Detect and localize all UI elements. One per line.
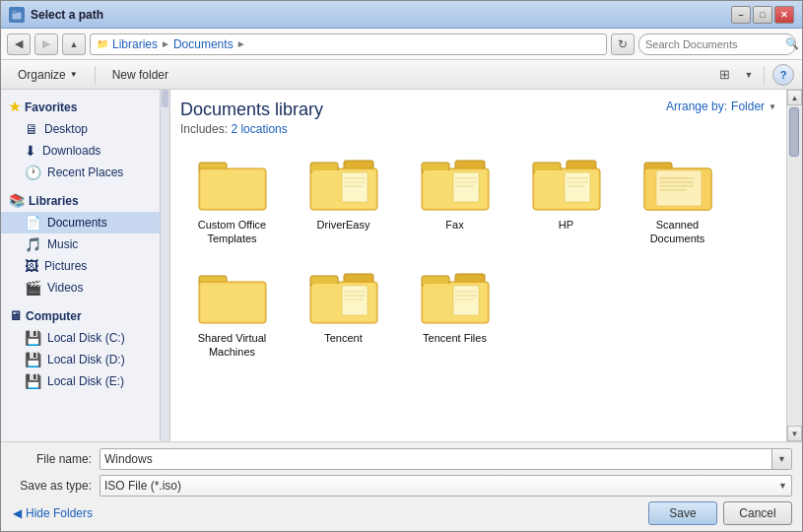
address-crumb-documents[interactable]: Documents bbox=[173, 37, 234, 51]
view-toggle-button[interactable]: ⊞ bbox=[712, 64, 736, 86]
folder-item-tencent[interactable]: Tencent bbox=[292, 261, 395, 366]
dialog-window: Select a path – □ ✕ ◀ ▶ ▲ 📁 Libraries ► … bbox=[0, 0, 803, 532]
address-separator-1: ► bbox=[161, 38, 170, 49]
folder-item-tencent-files[interactable]: Tencent Files bbox=[403, 261, 506, 366]
new-folder-button[interactable]: New folder bbox=[103, 64, 177, 86]
up-button[interactable]: ▲ bbox=[62, 33, 86, 55]
help-button[interactable]: ? bbox=[772, 64, 794, 86]
address-crumb-libraries[interactable]: Libraries bbox=[112, 37, 158, 51]
folder-item-drivereasy[interactable]: DriverEasy bbox=[292, 148, 395, 253]
folder-item-hp[interactable]: HP bbox=[514, 148, 618, 253]
sidebar-item-documents-label: Documents bbox=[47, 216, 107, 230]
svg-rect-54 bbox=[453, 286, 479, 315]
scroll-down-arrow[interactable]: ▼ bbox=[787, 426, 802, 441]
folder-label-custom-office: Custom Office Templates bbox=[198, 218, 267, 246]
downloads-icon: ⬇ bbox=[25, 143, 36, 159]
scroll-track bbox=[787, 105, 802, 426]
svg-rect-34 bbox=[656, 170, 702, 206]
organize-button[interactable]: Organize ▼ bbox=[9, 64, 87, 86]
saveas-label: Save as type: bbox=[11, 479, 100, 493]
bottom-area: File name: ▼ Save as type: ISO File (*.i… bbox=[1, 441, 802, 531]
folder-grid: Custom Office Templates DriverEasy Fax bbox=[180, 148, 776, 366]
disk-e-icon: 💾 bbox=[25, 373, 41, 389]
desktop-icon: 🖥 bbox=[25, 121, 38, 137]
sidebar-item-recent-places[interactable]: 🕐 Recent Places bbox=[1, 162, 160, 183]
sidebar-item-music[interactable]: 🎵 Music bbox=[1, 233, 160, 255]
sidebar: ★ Favorites 🖥 Desktop ⬇ Downloads 🕐 Rece… bbox=[1, 90, 161, 441]
search-input[interactable] bbox=[645, 38, 781, 50]
svg-rect-17 bbox=[453, 172, 479, 202]
minimize-button[interactable]: – bbox=[731, 6, 751, 24]
filename-input-wrapper[interactable]: ▼ bbox=[100, 448, 792, 470]
folder-label-tencent: Tencent bbox=[324, 331, 363, 345]
organize-dropdown-arrow: ▼ bbox=[70, 70, 78, 79]
sidebar-item-downloads-label: Downloads bbox=[42, 144, 100, 158]
content-with-scroll: Documents library Includes: 2 locations … bbox=[170, 90, 802, 441]
saveas-value: ISO File (*.iso) bbox=[104, 479, 181, 493]
filename-input[interactable] bbox=[100, 449, 771, 469]
folder-item-custom-office[interactable]: Custom Office Templates bbox=[180, 148, 284, 253]
sidebar-section-favorites[interactable]: ★ Favorites bbox=[1, 96, 160, 118]
sidebar-item-videos[interactable]: 🎬 Videos bbox=[1, 277, 160, 299]
forward-button[interactable]: ▶ bbox=[34, 33, 58, 55]
back-button[interactable]: ◀ bbox=[7, 33, 31, 55]
recent-places-icon: 🕐 bbox=[25, 165, 41, 180]
scroll-up-arrow[interactable]: ▲ bbox=[787, 90, 802, 105]
search-box[interactable]: 🔍 bbox=[638, 33, 796, 55]
folder-label-drivereasy: DriverEasy bbox=[317, 218, 370, 232]
svg-rect-1 bbox=[12, 10, 17, 13]
titlebar-icon bbox=[9, 7, 25, 23]
folder-label-shared-virtual: Shared Virtual Machines bbox=[198, 331, 267, 360]
addressbar: ◀ ▶ ▲ 📁 Libraries ► Documents ► ↻ 🔍 bbox=[1, 29, 802, 60]
sidebar-item-local-d[interactable]: 💾 Local Disk (D:) bbox=[1, 349, 160, 370]
arrange-by-control[interactable]: Arrange by: Folder ▼ bbox=[666, 100, 776, 113]
hide-folders-button[interactable]: ◀ Hide Folders bbox=[13, 506, 93, 520]
refresh-button[interactable]: ↻ bbox=[611, 33, 635, 55]
content-scrollbar[interactable]: ▲ ▼ bbox=[786, 90, 802, 441]
titlebar-buttons: – □ ✕ bbox=[731, 6, 794, 24]
sidebar-section-libraries[interactable]: 📚 Libraries bbox=[1, 189, 160, 212]
address-path[interactable]: 📁 Libraries ► Documents ► bbox=[90, 33, 607, 55]
sidebar-item-documents[interactable]: 📄 Documents bbox=[1, 212, 160, 233]
view-dropdown-button[interactable]: ▼ bbox=[742, 64, 756, 86]
sidebar-item-music-label: Music bbox=[47, 237, 78, 251]
library-locations-link[interactable]: 2 locations bbox=[231, 122, 287, 136]
titlebar: Select a path – □ ✕ bbox=[1, 1, 802, 29]
save-button[interactable]: Save bbox=[648, 501, 717, 525]
filename-row: File name: ▼ bbox=[11, 448, 792, 470]
cancel-button[interactable]: Cancel bbox=[723, 501, 792, 525]
saveas-row: Save as type: ISO File (*.iso) ▼ bbox=[11, 475, 792, 497]
library-subtitle: Includes: 2 locations bbox=[180, 122, 323, 136]
sidebar-item-recent-places-label: Recent Places bbox=[47, 166, 123, 179]
folder-item-fax[interactable]: Fax bbox=[403, 148, 506, 253]
folder-label-hp: HP bbox=[559, 218, 573, 232]
folder-item-scanned-documents[interactable]: Scanned Documents bbox=[626, 148, 729, 253]
documents-icon: 📄 bbox=[25, 215, 41, 231]
folder-icon-fax bbox=[420, 155, 491, 214]
sidebar-item-desktop-label: Desktop bbox=[44, 122, 88, 136]
folder-label-fax: Fax bbox=[445, 218, 463, 232]
maximize-button[interactable]: □ bbox=[753, 6, 772, 24]
pictures-icon: 🖼 bbox=[25, 258, 38, 274]
arrange-by-arrow: ▼ bbox=[769, 102, 776, 111]
filename-dropdown-button[interactable]: ▼ bbox=[771, 449, 791, 469]
sidebar-item-local-c[interactable]: 💾 Local Disk (C:) bbox=[1, 327, 160, 349]
music-icon: 🎵 bbox=[25, 236, 41, 252]
sidebar-item-pictures[interactable]: 🖼 Pictures bbox=[1, 255, 160, 277]
saveas-select[interactable]: ISO File (*.iso) ▼ bbox=[100, 475, 792, 497]
library-info: Documents library Includes: 2 locations bbox=[180, 100, 323, 136]
computer-icon: 🖥 bbox=[9, 308, 22, 323]
close-button[interactable]: ✕ bbox=[774, 6, 794, 24]
sidebar-scrollbar[interactable] bbox=[161, 90, 170, 441]
sidebar-item-downloads[interactable]: ⬇ Downloads bbox=[1, 140, 160, 162]
svg-rect-25 bbox=[565, 172, 590, 202]
folder-icon-custom-office bbox=[197, 155, 268, 214]
sidebar-item-desktop[interactable]: 🖥 Desktop bbox=[1, 118, 160, 140]
folder-item-shared-virtual[interactable]: Shared Virtual Machines bbox=[180, 261, 284, 366]
library-title: Documents library bbox=[180, 100, 323, 120]
search-icon: 🔍 bbox=[785, 37, 799, 50]
folder-icon-shared-virtual bbox=[197, 268, 268, 327]
hide-folders-label: Hide Folders bbox=[26, 506, 93, 520]
sidebar-item-local-e[interactable]: 💾 Local Disk (E:) bbox=[1, 370, 160, 392]
sidebar-section-computer[interactable]: 🖥 Computer bbox=[1, 304, 160, 327]
